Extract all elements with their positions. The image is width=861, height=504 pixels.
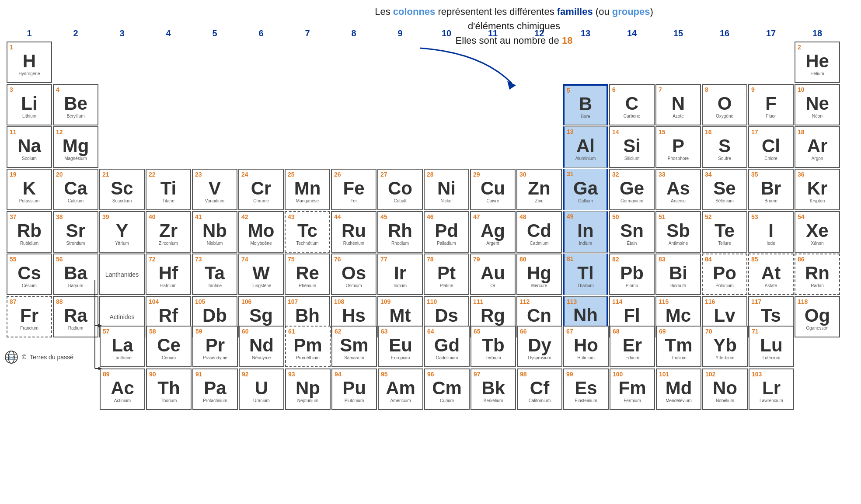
element-number: 74 — [241, 256, 248, 263]
element-cell-sb: 51SbAntimoine — [655, 211, 701, 253]
element-name: Californium — [529, 398, 551, 403]
element-symbol: I — [768, 222, 774, 240]
element-name: Magnésium — [64, 156, 87, 161]
element-number: 60 — [242, 328, 249, 335]
element-symbol: Sm — [340, 336, 368, 355]
element-symbol: Md — [666, 379, 692, 397]
element-number: 108 — [334, 298, 344, 305]
element-symbol: Xe — [806, 222, 828, 240]
element-name: Niobium — [207, 241, 223, 246]
element-cell-br: 35BrBrome — [748, 169, 794, 210]
element-number: 71 — [752, 328, 759, 335]
element-number: 33 — [659, 171, 666, 178]
element-number: 37 — [10, 213, 17, 220]
element-number: 45 — [380, 213, 387, 220]
element-cell-y: 39YYttrium — [99, 211, 145, 253]
element-symbol: Eu — [389, 336, 412, 355]
element-name: Azote — [673, 114, 684, 118]
element-number: 66 — [520, 328, 527, 335]
element-number: 106 — [241, 298, 251, 305]
element-number: 35 — [751, 171, 758, 178]
element-cell-fe: 26FeFer — [331, 169, 376, 210]
element-name: Ruthénium — [343, 241, 364, 246]
periodic-table-page: Les colonnes représentent les différente… — [0, 0, 861, 504]
element-cell-mn: 25MnManganèse — [285, 169, 330, 210]
element-name: Néodyme — [252, 355, 271, 360]
element-cell-f: 9FFluor — [748, 84, 794, 125]
title-number: 18 — [562, 35, 572, 46]
element-name: Baryum — [68, 283, 83, 288]
element-number: 89 — [103, 371, 110, 378]
element-symbol: Tb — [482, 336, 504, 355]
element-number: 61 — [288, 328, 295, 335]
title-familles: familles — [557, 6, 593, 17]
element-name: Carbone — [624, 114, 640, 118]
element-symbol: Sb — [666, 222, 690, 240]
element-name: Fluor — [766, 114, 776, 118]
element-cell-es: 99EsEinsteinium — [563, 368, 609, 410]
element-symbol: Ba — [64, 264, 87, 282]
element-symbol: At — [761, 264, 781, 282]
element-number: 14 — [612, 129, 619, 136]
element-number: 2 — [798, 44, 801, 51]
element-cell-ho: 67HoHolmium — [563, 326, 609, 367]
element-name: Gadolinium — [436, 355, 458, 360]
element-name: Gallium — [578, 198, 593, 203]
element-number: 6 — [612, 86, 616, 93]
element-cell-mo: 42MoMolybdène — [238, 211, 284, 253]
element-number: 115 — [659, 298, 669, 305]
element-cell-ca: 20CaCalcium — [53, 169, 98, 210]
element-name: Nobélium — [716, 398, 734, 403]
element-number: 21 — [102, 171, 109, 178]
element-name: Étain — [627, 241, 637, 246]
element-cell-ge: 32GeGermanium — [609, 169, 655, 210]
element-cell-eu: 63EuEuropium — [378, 326, 423, 367]
element-symbol: Rf — [159, 306, 178, 325]
element-number: 47 — [473, 213, 480, 220]
element-name: Prométhium — [296, 355, 320, 360]
col-header-8: 8 — [347, 28, 360, 38]
element-name: Thorium — [161, 398, 177, 403]
element-name: Iridium — [394, 283, 407, 288]
element-cell-na: 11NaSodium — [7, 126, 52, 168]
element-cell-ar: 18ArArgon — [795, 126, 840, 168]
lanthanide-row: 57LaLanthane58CeCérium59PrPraséodyme60Nd… — [100, 326, 794, 367]
element-number: 101 — [659, 371, 669, 378]
element-symbol: Hg — [527, 264, 551, 282]
element-number: 102 — [705, 371, 715, 378]
element-number: 111 — [473, 298, 483, 305]
element-name: Rhodium — [391, 241, 409, 246]
element-number: 116 — [705, 298, 715, 305]
element-cell-am: 95AmAméricium — [378, 368, 423, 410]
title-colonnes: colonnes — [393, 6, 436, 17]
element-symbol: Br — [761, 179, 781, 198]
element-symbol: Se — [713, 179, 736, 198]
element-name: Argent — [486, 241, 499, 246]
element-number: 39 — [102, 213, 109, 220]
element-name: Brome — [764, 198, 777, 203]
element-name: Or — [490, 283, 495, 288]
element-number: 82 — [612, 256, 619, 263]
element-name: Palladium — [437, 241, 456, 246]
globe-icon — [4, 350, 18, 364]
element-symbol: Mn — [294, 179, 321, 198]
title-annotation: Les colonnes représentent les différente… — [375, 4, 653, 48]
element-name: Polonium — [715, 283, 734, 288]
element-cell-tm: 69TmThulium — [656, 326, 701, 367]
element-number: 22 — [149, 171, 156, 178]
element-cell-og: 118OgOganesson — [795, 296, 840, 337]
periodic-table-grid: 1234567891011121314151617181HHydrogène2H… — [7, 28, 841, 341]
element-number: 95 — [381, 371, 388, 378]
element-symbol: Sn — [620, 222, 644, 240]
element-name: Césium — [22, 283, 37, 288]
element-symbol: In — [577, 222, 593, 240]
element-cell-os: 76OsOsmium — [331, 254, 376, 295]
col-header-4: 4 — [162, 28, 175, 38]
element-name: Osmium — [345, 283, 362, 288]
element-name: Néon — [812, 114, 823, 118]
element-cell-pa: 91PaProtactinium — [192, 368, 238, 410]
element-number: 54 — [798, 213, 805, 220]
element-cell-sm: 62SmSamarium — [331, 326, 377, 367]
element-number: 118 — [798, 298, 808, 305]
element-symbol: Bh — [295, 306, 320, 325]
